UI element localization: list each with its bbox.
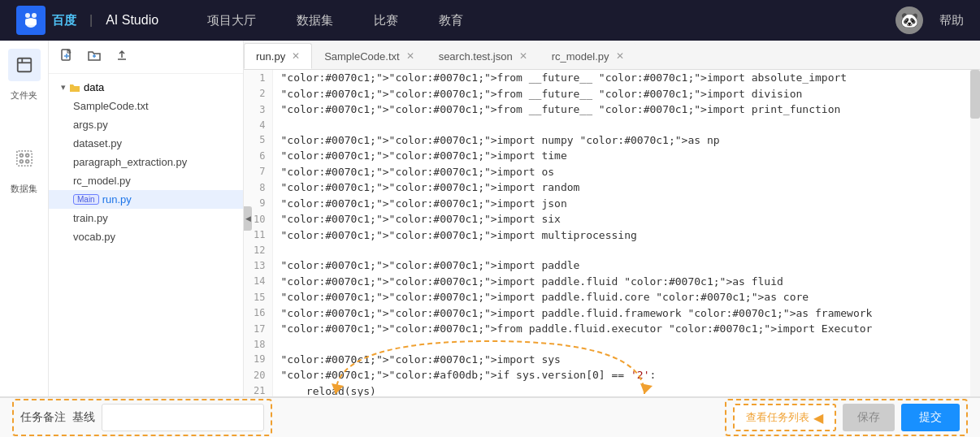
sidebar-files-btn[interactable]: [8, 49, 41, 81]
tab-close-runpy[interactable]: ✕: [292, 51, 300, 61]
table-row: 8 "color:#0070c1;">"color:#0070c1;">impo…: [244, 180, 980, 196]
tab-close-searchtest[interactable]: ✕: [519, 51, 527, 61]
tab-label: rc_model.py: [552, 50, 609, 63]
brand-divider: |: [89, 13, 93, 28]
line-content: "color:#0070c1;">"color:#af00db;">if sys…: [272, 367, 980, 383]
tab-label: SampleCode.txt: [324, 50, 400, 63]
line-number: 14: [244, 274, 272, 290]
scrollbar-thumb[interactable]: [970, 70, 980, 119]
help-link[interactable]: 帮助: [939, 13, 964, 28]
file-vocab[interactable]: vocab.py: [49, 227, 243, 246]
file-name: dataset.py: [73, 137, 122, 149]
line-content: reload(sys): [272, 383, 980, 397]
navbar-menu: 项目大厅 数据集 比赛 教育: [207, 13, 895, 28]
new-file-btn[interactable]: [57, 47, 76, 67]
line-content: "color:#0070c1;">"color:#0070c1;">import…: [272, 257, 980, 274]
scrollbar-track[interactable]: [970, 70, 980, 396]
table-row: 9 "color:#0070c1;">"color:#0070c1;">impo…: [244, 196, 980, 212]
submit-btn[interactable]: 提交: [901, 404, 960, 431]
view-tasks-btn[interactable]: 查看任务列表 ◀: [733, 404, 836, 431]
line-number: 20: [244, 367, 272, 383]
table-row: 10 "color:#0070c1;">"color:#0070c1;">imp…: [244, 211, 980, 227]
main-area: 文件夹 数据集: [0, 41, 980, 396]
tab-searchtest[interactable]: search.test.json ✕: [427, 43, 540, 69]
table-row: 4: [244, 118, 980, 132]
nav-datasets[interactable]: 数据集: [297, 13, 333, 28]
collapse-arrow[interactable]: ◀: [244, 206, 252, 231]
line-number: 13: [244, 257, 272, 274]
file-runpy[interactable]: Main run.py: [49, 190, 243, 209]
table-row: 11 "color:#0070c1;">"color:#0070c1;">imp…: [244, 227, 980, 244]
folder-data[interactable]: ▾ data: [49, 78, 243, 97]
svg-point-7: [20, 160, 23, 163]
line-number: 17: [244, 321, 272, 337]
line-content: "color:#0070c1;">"color:#0070c1;">import…: [272, 211, 980, 227]
file-paragraph[interactable]: paragraph_extraction.py: [49, 153, 243, 171]
file-explorer: ▾ data SampleCode.txt args.py dataset.py…: [49, 41, 244, 396]
svg-point-5: [20, 154, 23, 158]
table-row: 21 reload(sys): [244, 383, 980, 397]
navbar: 百度 | AI Studio 项目大厅 数据集 比赛 教育 🐼 帮助: [0, 0, 980, 41]
bottom-panel: 任务备注 基线 查看任务列表 ◀ 保存 提交: [0, 396, 980, 437]
table-row: 13 "color:#0070c1;">"color:#0070c1;">imp…: [244, 257, 980, 274]
table-row: 5 "color:#0070c1;">"color:#0070c1;">impo…: [244, 132, 980, 149]
task-label: 任务备注: [20, 410, 66, 425]
line-number: 18: [244, 337, 272, 352]
file-train[interactable]: train.py: [49, 209, 243, 227]
nav-education[interactable]: 教育: [439, 13, 463, 28]
table-row: 16 "color:#0070c1;">"color:#0070c1;">imp…: [244, 305, 980, 322]
file-rcmodel[interactable]: rc_model.py: [49, 171, 243, 190]
upload-btn[interactable]: [112, 47, 132, 67]
table-row: 20 "color:#0070c1;">"color:#af00db;">if …: [244, 367, 980, 383]
file-tree: ▾ data SampleCode.txt args.py dataset.py…: [49, 74, 243, 250]
svg-rect-3: [25, 19, 37, 25]
brand-name: AI Studio: [106, 13, 158, 28]
line-number: 7: [244, 164, 272, 180]
file-name: rc_model.py: [73, 175, 131, 187]
arrow-icon: ◀: [813, 410, 823, 426]
task-input[interactable]: [102, 404, 264, 431]
baidu-text: 百度: [52, 13, 76, 28]
avatar[interactable]: 🐼: [895, 6, 923, 34]
file-name: vocab.py: [73, 231, 115, 243]
code-container[interactable]: 1 "color:#0070c1;">"color:#0070c1;">from…: [244, 70, 980, 396]
tab-runpy[interactable]: run.py ✕: [244, 43, 312, 69]
brand: 百度 | AI Studio: [16, 6, 158, 35]
new-folder-btn[interactable]: [85, 47, 104, 67]
line-content: "color:#0070c1;">"color:#0070c1;">import…: [272, 305, 980, 322]
datasets-label: 数据集: [11, 183, 37, 195]
file-name: args.py: [73, 119, 108, 131]
table-row: 15 "color:#0070c1;">"color:#0070c1;">imp…: [244, 289, 980, 305]
line-content: "color:#0070c1;">"color:#0070c1;">from _…: [272, 86, 980, 102]
svg-point-1: [32, 13, 37, 18]
line-number: 8: [244, 180, 272, 196]
line-content: [272, 337, 980, 352]
table-row: 14 "color:#0070c1;">"color:#0070c1;">imp…: [244, 274, 980, 290]
save-btn[interactable]: 保存: [843, 404, 895, 431]
tab-close-rcmodel[interactable]: ✕: [616, 51, 624, 61]
code-table: 1 "color:#0070c1;">"color:#0070c1;">from…: [244, 70, 980, 396]
table-row: 1 "color:#0070c1;">"color:#0070c1;">from…: [244, 70, 980, 86]
line-content: "color:#0070c1;">"color:#0070c1;">from p…: [272, 321, 980, 337]
line-content: "color:#0070c1;">"color:#0070c1;">import…: [272, 274, 980, 290]
nav-projects[interactable]: 项目大厅: [207, 13, 256, 28]
tab-samplecode[interactable]: SampleCode.txt ✕: [312, 43, 427, 69]
table-row: 7 "color:#0070c1;">"color:#0070c1;">impo…: [244, 164, 980, 180]
svg-rect-4: [17, 58, 31, 72]
baseline-label: 基线: [72, 410, 95, 425]
file-args[interactable]: args.py: [49, 115, 243, 134]
line-content: "color:#0070c1;">"color:#0070c1;">import…: [272, 180, 980, 196]
file-samplecode[interactable]: SampleCode.txt: [49, 97, 243, 115]
file-name: paragraph_extraction.py: [73, 156, 187, 168]
tab-close-samplecode[interactable]: ✕: [406, 51, 414, 61]
table-row: 17 "color:#0070c1;">"color:#0070c1;">fro…: [244, 321, 980, 337]
line-number: 5: [244, 132, 272, 149]
line-content: "color:#0070c1;">"color:#0070c1;">import…: [272, 164, 980, 180]
line-content: "color:#0070c1;">"color:#0070c1;">from _…: [272, 102, 980, 118]
tab-label: run.py: [256, 50, 285, 63]
line-number: 4: [244, 118, 272, 132]
file-dataset[interactable]: dataset.py: [49, 134, 243, 153]
sidebar-datasets-btn[interactable]: [8, 142, 41, 175]
tab-rcmodel[interactable]: rc_model.py ✕: [540, 43, 636, 69]
nav-competition[interactable]: 比赛: [374, 13, 398, 28]
